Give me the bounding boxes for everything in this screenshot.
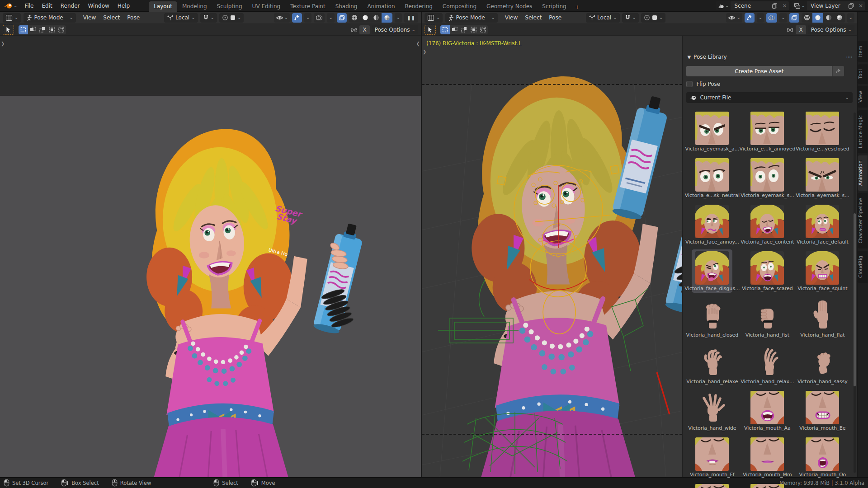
workspace-tab-rendering[interactable]: Rendering <box>400 1 438 12</box>
visibility-dropdown[interactable]: ⌄ <box>274 13 290 23</box>
editor-type-button[interactable]: ⌄ <box>425 13 443 23</box>
pose-asset-Victoria_face_default[interactable]: Victoria_face_default <box>806 205 839 245</box>
menu-help[interactable]: Help <box>114 1 133 10</box>
shading-dropdown[interactable]: ⌄ <box>847 13 854 23</box>
viewport-menu-select[interactable]: Select <box>99 14 123 21</box>
workspace-tab-modeling[interactable]: Modeling <box>177 1 212 12</box>
pose-asset-Victoria_e...sk_neutral[interactable]: Victoria_e...sk_neutral <box>695 158 729 198</box>
pose-asset-Victoria_hand_flat[interactable]: Victoria_hand_flat <box>806 298 839 338</box>
shading-dropdown[interactable]: ⌄ <box>395 13 402 23</box>
workspace-tab-texture-paint[interactable]: Texture Paint <box>285 1 330 12</box>
menu-file[interactable]: File <box>21 1 37 10</box>
editor-type-button[interactable]: ⌄ <box>3 13 21 23</box>
workspace-tab-uv-editing[interactable]: UV Editing <box>247 1 286 12</box>
new-scene-button[interactable] <box>769 1 780 10</box>
pose-source-dropdown[interactable]: Current File ⌄ <box>686 92 853 103</box>
pose-asset-Victoria_mouth_Mm[interactable]: Victoria_mouth_Mm <box>750 437 784 478</box>
pose-asset-Victoria_eyemask_a[interactable]: Victoria_eyemask_a... <box>695 112 729 152</box>
visibility-dropdown[interactable]: ⌄ <box>726 13 742 23</box>
shading-rendered-button[interactable] <box>382 13 392 23</box>
pose-options-dropdown[interactable]: Pose Options⌄ <box>808 25 854 34</box>
shading-material-button[interactable] <box>823 13 834 23</box>
workspace-tab-layout[interactable]: Layout <box>149 1 177 12</box>
workspace-tab-shading[interactable]: Shading <box>330 1 363 12</box>
unlink-scene-button[interactable]: ✕ <box>780 1 789 10</box>
pose-asset-partial[interactable] <box>695 484 729 488</box>
viewport-menu-select[interactable]: Select <box>521 14 545 21</box>
mirror-x-toggle[interactable]: X <box>359 25 369 34</box>
select-subtract-button[interactable] <box>38 25 47 34</box>
overlays-toggle[interactable] <box>766 13 777 23</box>
select-extend-button[interactable] <box>28 25 38 34</box>
proportional-edit-dropdown[interactable]: ⌄ <box>641 13 665 23</box>
create-pose-asset-options-button[interactable] <box>832 66 844 76</box>
pose-asset-Victoria_hand_sassy[interactable]: Victoria_hand_sassy <box>806 344 839 385</box>
overlays-toggle[interactable] <box>314 13 325 23</box>
active-tool-tweak[interactable] <box>3 25 14 35</box>
select-intersect-button[interactable] <box>478 25 488 34</box>
viewport-menu-pose[interactable]: Pose <box>123 14 143 21</box>
snap-dropdown[interactable]: ⌄ <box>200 13 217 23</box>
sidebar-tab-character-pipeline[interactable]: Character Pipeline <box>858 193 868 249</box>
gizmos-dropdown[interactable]: ⌄ <box>757 13 764 23</box>
create-pose-asset-button[interactable]: Create Pose Asset <box>686 66 832 76</box>
view-layer-selector[interactable]: ⌄ View Layer ✕ <box>792 1 865 10</box>
shading-wireframe-button[interactable] <box>349 13 360 23</box>
pose-asset-Victoria_eyemask_s[interactable]: Victoria_eyemask_s... <box>806 158 839 198</box>
sidebar-tab-lattice-magic[interactable]: Lattice Magic <box>858 110 868 153</box>
viewport-menu-view[interactable]: View <box>80 14 99 21</box>
region-expand-icon[interactable]: ❯ <box>1 41 5 46</box>
menu-window[interactable]: Window <box>84 1 113 10</box>
pose-asset-Victoria_hand_relax[interactable]: Victoria_hand_relax... <box>750 344 784 385</box>
gizmos-dropdown[interactable]: ⌄ <box>304 13 311 23</box>
mode-dropdown[interactable]: Pose Mode⌄ <box>24 13 75 23</box>
select-extend-button[interactable] <box>450 25 459 34</box>
transform-orientation-dropdown[interactable]: Local⌄ <box>586 13 620 23</box>
pose-asset-Victoria_hand_relaxe[interactable]: Victoria_hand_relaxe <box>695 344 729 385</box>
workspace-tab-sculpting[interactable]: Sculpting <box>212 1 247 12</box>
blender-logo-icon[interactable] <box>4 2 13 9</box>
menu-edit[interactable]: Edit <box>38 1 56 10</box>
pose-asset-Victoria_face_squint[interactable]: Victoria_face_squint <box>806 251 839 291</box>
overlays-dropdown[interactable]: ⌄ <box>327 13 334 23</box>
shading-solid-button[interactable] <box>812 13 823 23</box>
snap-dropdown[interactable]: ⌄ <box>622 13 639 23</box>
pause-preview-button[interactable]: ❚❚ <box>404 13 418 23</box>
viewport-right-region[interactable]: ⌄Pose Mode⌄ViewSelectPoseLocal⌄⌄⌄⌄⌄⌄⌄XPo… <box>422 12 858 477</box>
select-set-button[interactable] <box>440 25 450 34</box>
region-expand-icon[interactable]: ❯ <box>423 49 426 54</box>
workspace-tab-scripting[interactable]: Scripting <box>537 1 571 12</box>
sidebar-tab-view[interactable]: View <box>858 86 868 108</box>
workspace-tab-compositing[interactable]: Compositing <box>438 1 481 12</box>
gizmos-toggle[interactable] <box>292 13 302 23</box>
pose-asset-Victoria_e...k_annoyed[interactable]: Victoria_e...k_annoyed <box>750 112 784 152</box>
proportional-edit-dropdown[interactable]: ⌄ <box>219 13 244 23</box>
scrollbar-thumb[interactable] <box>854 213 856 386</box>
pose-asset-Victoria_face_scared[interactable]: Victoria_face_scared <box>750 251 784 291</box>
shading-wireframe-button[interactable] <box>802 13 812 23</box>
sidebar-tab-cloudrig[interactable]: CloudRig <box>858 251 868 283</box>
shading-material-button[interactable] <box>371 13 382 23</box>
select-invert-button[interactable] <box>469 25 478 34</box>
remove-view-layer-button[interactable]: ✕ <box>856 1 865 10</box>
panel-drag-handle-icon[interactable]: ∷∷ <box>847 55 853 59</box>
add-workspace-button[interactable]: + <box>571 3 583 12</box>
transform-orientation-dropdown[interactable]: Local⌄ <box>164 13 198 23</box>
viewport-menu-pose[interactable]: Pose <box>545 14 565 21</box>
pose-asset-Victoria_mouth_Ee[interactable]: Victoria_mouth_Ee <box>806 391 839 431</box>
pose-asset-Victoria_mouth_Aa[interactable]: Victoria_mouth_Aa <box>750 391 784 431</box>
scene-selector[interactable]: ⌄ Scene ✕ <box>716 1 789 10</box>
sidebar-tab-item[interactable]: Item <box>858 41 868 62</box>
gizmos-toggle[interactable] <box>745 13 755 23</box>
scrollbar[interactable] <box>854 113 856 473</box>
select-set-button[interactable] <box>19 25 28 34</box>
xray-toggle[interactable] <box>337 13 347 23</box>
select-invert-button[interactable] <box>47 25 57 34</box>
pose-library-header[interactable]: ▼ Pose Library ∷∷ <box>687 54 853 60</box>
shading-rendered-button[interactable] <box>834 13 845 23</box>
pose-asset-Victoria_face_disgus[interactable]: Victoria_face_disgus... <box>695 251 729 291</box>
pose-asset-Victoria_hand_wide[interactable]: Victoria_hand_wide <box>695 391 729 431</box>
viewport-left-canvas[interactable]: Super Stay Ultra Ho ❯ ❮ <box>0 36 421 477</box>
select-intersect-button[interactable] <box>57 25 66 34</box>
viewport-left[interactable]: ⌄Pose Mode⌄ViewSelectPoseLocal⌄⌄⌄⌄⌄⌄⌄❚❚X… <box>0 12 422 477</box>
